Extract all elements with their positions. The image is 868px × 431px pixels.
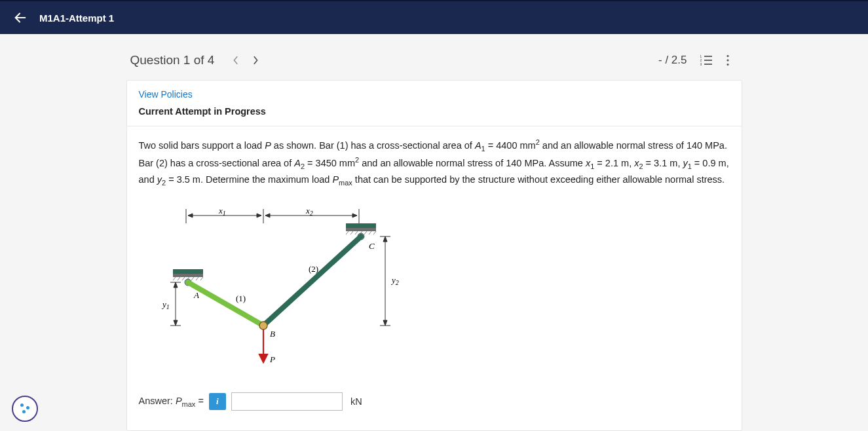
answer-label: Answer: Pmax = [139, 396, 204, 408]
svg-line-24 [178, 277, 180, 280]
value-A2: 3450 [316, 158, 337, 168]
svg-marker-15 [257, 214, 261, 217]
prev-question-button[interactable] [226, 50, 246, 70]
svg-rect-21 [173, 269, 203, 274]
svg-line-38 [369, 231, 371, 234]
back-arrow-icon[interactable] [13, 10, 28, 25]
page-title: M1A1-Attempt 1 [39, 12, 114, 24]
svg-text:P: P [269, 354, 275, 364]
svg-text:y1: y1 [161, 299, 170, 310]
svg-marker-54 [383, 236, 387, 242]
svg-line-42 [263, 236, 361, 326]
score-display: - / 2.5 [658, 54, 687, 67]
svg-text:B: B [270, 329, 275, 339]
svg-rect-22 [173, 274, 203, 277]
svg-text:C: C [369, 241, 375, 251]
value-y2: 3.5 [177, 174, 190, 185]
svg-text:x1: x1 [218, 206, 226, 217]
svg-marker-45 [259, 354, 267, 362]
view-policies-link[interactable]: View Policies [139, 89, 193, 100]
svg-point-8 [726, 59, 728, 61]
question-counter: Question 1 of 4 [130, 53, 215, 67]
svg-marker-50 [174, 320, 178, 326]
svg-point-9 [726, 64, 728, 66]
info-icon[interactable]: i [209, 393, 226, 410]
value-x1: 2.1 [605, 158, 618, 168]
svg-text:(2): (2) [309, 264, 318, 274]
answer-unit: kN [350, 396, 362, 407]
attempt-status: Current Attempt in Progress [139, 106, 730, 117]
problem-statement: Two solid bars support a load P as shown… [139, 137, 730, 188]
svg-text:y2: y2 [390, 275, 399, 286]
app-header: M1A1-Attempt 1 [0, 0, 868, 34]
question-list-icon[interactable]: 123 [696, 50, 717, 71]
svg-line-27 [191, 277, 194, 280]
svg-marker-14 [188, 214, 193, 217]
next-question-button[interactable] [246, 50, 265, 70]
problem-figure: x1 x2 [159, 201, 730, 374]
svg-line-35 [355, 231, 358, 234]
answer-row: Answer: Pmax = i kN [139, 392, 730, 411]
svg-line-29 [200, 277, 203, 280]
question-header: Question 1 of 4 - / 2.5 123 [126, 34, 742, 80]
value-sigma1: 140 [687, 140, 702, 151]
value-x2: 3.1 [654, 158, 667, 168]
svg-marker-55 [383, 320, 387, 326]
svg-text:x2: x2 [305, 206, 313, 217]
answer-input[interactable] [231, 392, 343, 411]
svg-rect-32 [346, 228, 376, 231]
cookie-settings-button[interactable] [12, 396, 38, 422]
svg-rect-31 [346, 223, 376, 228]
svg-line-37 [364, 231, 367, 234]
svg-marker-17 [265, 214, 270, 217]
svg-text:(1): (1) [236, 293, 246, 303]
svg-line-23 [173, 277, 176, 280]
svg-line-39 [373, 231, 376, 234]
value-y1: 0.9 [702, 158, 715, 168]
more-options-icon[interactable] [717, 50, 738, 71]
value-sigma2: 140 [506, 158, 521, 168]
svg-marker-18 [352, 214, 357, 217]
svg-line-25 [182, 277, 185, 280]
svg-text:3: 3 [700, 62, 702, 66]
svg-text:A: A [193, 290, 199, 300]
question-card: View Policies Current Attempt in Progres… [126, 80, 742, 431]
svg-line-33 [346, 231, 349, 234]
svg-line-28 [196, 277, 198, 280]
svg-point-7 [726, 55, 728, 57]
svg-point-43 [259, 322, 267, 329]
svg-line-34 [350, 231, 353, 234]
value-A1: 4400 [496, 140, 517, 151]
svg-marker-49 [174, 282, 178, 288]
svg-line-41 [188, 282, 263, 326]
